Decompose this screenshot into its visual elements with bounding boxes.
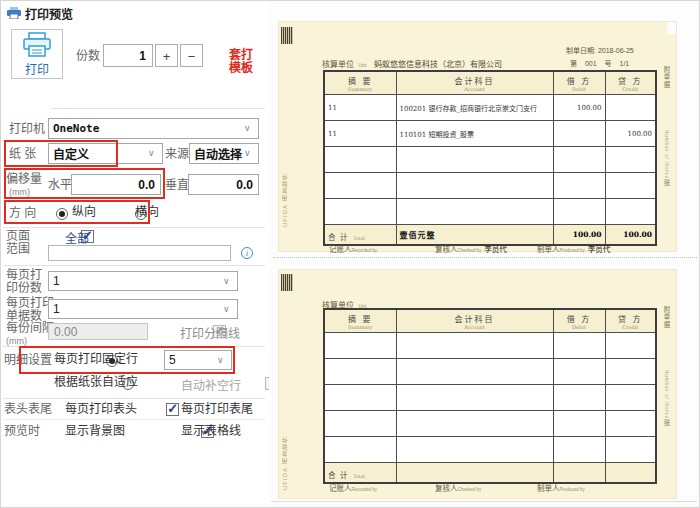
detail-settings-label: 明细设置 (4, 354, 52, 367)
voucher-row (324, 199, 656, 225)
copies-per-page-value: 1 (53, 274, 223, 288)
recorder-signer: 记账人Recorded by (329, 477, 380, 495)
voucher-row (324, 385, 656, 411)
col-credit: 贷 方Credit (605, 309, 656, 333)
col-summary: 摘 要Summary (324, 309, 396, 333)
docs-per-page-select[interactable]: 1 (48, 299, 238, 319)
voucher-table: 摘 要Summary 会计科目Account 借 方Debit 贷 方Credi… (323, 70, 657, 246)
col-account: 会计科目Account (396, 309, 553, 333)
divider (3, 398, 265, 399)
voucher-header-row: 摘 要Summary 会计科目Account 借 方Debit 贷 方Credi… (324, 71, 656, 95)
recorder-signer: 记账人Recorded by (329, 238, 380, 256)
paper-source-value: 自动选择 (194, 145, 244, 162)
printer-select-value: OneNote (53, 122, 244, 135)
window-title: 打印预览 (25, 5, 73, 22)
voucher-date: 制单日期: 2018-06-25 (566, 45, 634, 55)
attachment-count-vertical: Number of Notes张 (661, 130, 671, 200)
voucher-row (324, 359, 656, 385)
voucher-page-1: UFIDA 用友软件 核算单位 Unit 蚂蚁悠悠信息科技（北京）有限公司 制单… (278, 21, 677, 252)
voucher-row: 11 100201 银行存款_招商银行北京崇文门支行 100.00 (324, 95, 656, 121)
company-name: 蚂蚁悠悠信息科技（北京）有限公司 (374, 60, 502, 69)
voucher-row (324, 411, 656, 437)
header-footer-label: 表头表尾 (4, 403, 52, 416)
copies-label: 份数 (76, 50, 100, 63)
attachment-label-vertical: 附单据 (661, 66, 671, 121)
copy-gap-label: 每份间隔 (mm) (6, 322, 54, 348)
fixed-rows-select[interactable]: 5 (164, 350, 232, 370)
show-background-label[interactable]: 显示背景图 (65, 425, 125, 438)
brand-vertical-text: UFIDA 用友软件 (280, 380, 289, 490)
voucher-number: 第 001 号 1/1 (570, 58, 629, 68)
print-button[interactable]: 打印 (11, 29, 63, 79)
voucher-row (324, 437, 656, 463)
info-icon[interactable] (241, 247, 253, 259)
voucher-row: 11 110101 短期投资_股票 100.00 (324, 121, 656, 147)
paper-source-select[interactable]: 自动选择 (189, 143, 259, 164)
col-summary: 摘 要Summary (324, 71, 396, 95)
print-divider-label: 打印分隔线 (180, 324, 240, 341)
chevron-down-icon (244, 124, 254, 133)
preview-opts-label: 预览时 (4, 425, 40, 438)
attachment-label-vertical: 附单据 (661, 306, 671, 361)
printer-label: 打印机 (9, 123, 45, 136)
copies-per-page-label: 每页打 印份数 (6, 269, 42, 295)
attachment-count-vertical: Number of Notes张 (661, 370, 671, 440)
print-header-label[interactable]: 每页打印表头 (65, 403, 137, 416)
voucher-row (324, 173, 656, 199)
copy-gap-input (48, 323, 148, 340)
copies-per-page-select[interactable]: 1 (48, 271, 238, 291)
checker-signer: 复核人Checked by李员代 (435, 238, 507, 256)
offset-horizontal-input[interactable] (71, 174, 161, 195)
offset-horizontal-label: 水平 (48, 179, 72, 192)
preview-pane[interactable]: UFIDA 用友软件 核算单位 Unit 蚂蚁悠悠信息科技（北京）有限公司 制单… (269, 2, 700, 508)
voucher-row (324, 147, 656, 173)
print-preview-window: 打印预览 打印 份数 + − 套打模板 打印机 OneNote 纸 张 自定义 … (0, 0, 700, 508)
print-button-label: 打印 (25, 60, 49, 77)
divider (3, 265, 265, 266)
page-separator (273, 257, 697, 258)
offset-label: 偏移量 (mm) (6, 173, 42, 199)
divider (3, 227, 265, 228)
voucher-page-2: UFIDA 用友软件 核算单位 Unit 摘 要Summary 会计科目Acco… (278, 269, 677, 499)
portrait-label[interactable]: 纵向 (72, 206, 96, 219)
paper-label: 纸 张 (9, 148, 36, 161)
adaptive-label[interactable]: 根据纸张自适应 (54, 376, 138, 389)
col-debit: 借 方Debit (553, 71, 605, 95)
chevron-down-icon (217, 356, 227, 365)
divider (3, 346, 265, 347)
barcode (281, 27, 293, 44)
voucher-table: 摘 要Summary 会计科目Account 借 方Debit 贷 方Credi… (323, 308, 657, 484)
printer-icon (7, 5, 21, 23)
show-gridline-label[interactable]: 显示表格线 (181, 425, 241, 438)
print-button-icon (22, 32, 52, 58)
print-header-checkbox[interactable] (166, 403, 179, 416)
fixed-rows-label[interactable]: 每页打印固定行 (54, 353, 138, 366)
checker-signer: 复核人Checked by (435, 477, 484, 495)
chevron-down-icon (223, 277, 233, 286)
all-pages-label[interactable]: 全部 (65, 229, 89, 246)
page-range-input[interactable] (48, 245, 231, 261)
chevron-down-icon (148, 149, 158, 158)
copies-decrease-button[interactable]: − (180, 44, 203, 67)
offset-unit: (mm) (6, 186, 42, 199)
page-corner (667, 22, 676, 34)
offset-vertical-input[interactable] (188, 174, 259, 195)
preparer-signer: 制单人Produced by李员代 (537, 238, 610, 256)
printer-select[interactable]: OneNote (48, 118, 259, 139)
print-footer-label[interactable]: 每页打印表尾 (181, 403, 253, 416)
col-account: 会计科目Account (396, 71, 553, 95)
chevron-down-icon (223, 305, 233, 314)
autofill-label: 自动补空行 (181, 376, 241, 393)
chevron-down-icon (244, 149, 254, 158)
copies-input[interactable] (103, 44, 153, 67)
page-range-label: 页面 范围 (6, 230, 30, 256)
copies-increase-button[interactable]: + (155, 44, 178, 67)
divider (3, 419, 265, 420)
col-credit: 贷 方Credit (605, 71, 656, 95)
landscape-label[interactable]: 横向 (135, 206, 159, 219)
paper-select-value: 自定义 (53, 145, 148, 162)
portrait-radio[interactable] (56, 208, 68, 220)
paper-select[interactable]: 自定义 (48, 143, 163, 164)
voucher-header-row: 摘 要Summary 会计科目Account 借 方Debit 贷 方Credi… (324, 309, 656, 333)
print-template-link[interactable]: 套打模板 (229, 49, 257, 75)
